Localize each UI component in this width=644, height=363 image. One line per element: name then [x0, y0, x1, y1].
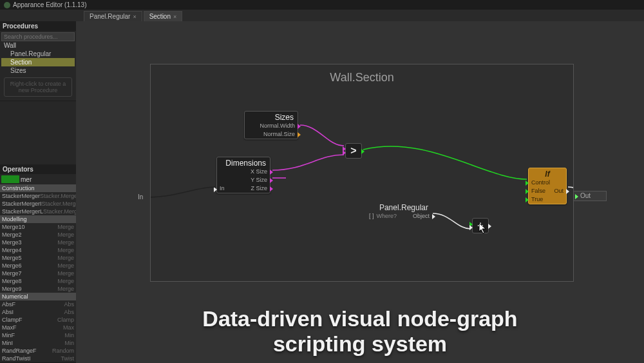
video-caption: Data-driven visual node-graph scripting …: [76, 306, 644, 357]
operator-row[interactable]: AbsIAbs: [0, 308, 76, 316]
operator-row[interactable]: MinIMin: [0, 339, 76, 347]
node-if[interactable]: If Control FalseOut True: [528, 168, 567, 204]
create-procedure-hint: Right-click to create a new Procedure: [4, 77, 72, 97]
operator-category: Numerical: [0, 293, 76, 300]
tree-item[interactable]: Section: [1, 58, 75, 66]
procedures-search-input[interactable]: [1, 32, 75, 41]
operators-panel: Operators mer ConstructionStackerMergerS…: [0, 164, 76, 363]
graph-out-pin[interactable]: Out: [573, 191, 607, 201]
operator-row[interactable]: Merge2Merge: [0, 231, 76, 239]
operator-list: ConstructionStackerMergerStacker.MergeSt…: [0, 184, 76, 362]
operator-row[interactable]: RandTwistITwist: [0, 355, 76, 362]
operator-row[interactable]: Merge5Merge: [0, 254, 76, 262]
operator-row[interactable]: StackerMergerStacker.Merge: [0, 192, 76, 200]
operator-category: Modelling: [0, 215, 76, 223]
graph-in-pin[interactable]: In: [138, 193, 143, 201]
procedures-panel: Procedures Wall Panel.Regular Section Si…: [0, 21, 76, 101]
title-bar: Apparance Editor (1.1.13): [0, 0, 644, 10]
node-panel-regular[interactable]: Panel.Regular [ ]Where?Object: [366, 202, 432, 221]
node-dimensions[interactable]: Dimensions X Size Y Size InZ Size: [216, 157, 270, 193]
operator-filter-chip[interactable]: [1, 175, 19, 183]
operator-row[interactable]: StackerMergerIStacker.Merge: [0, 200, 76, 208]
operator-row[interactable]: Merge8Merge: [0, 277, 76, 285]
tree-item[interactable]: Sizes: [1, 66, 75, 75]
operator-row[interactable]: ClampFClamp: [0, 316, 76, 324]
operator-row[interactable]: RandRangeFRandom: [0, 347, 76, 355]
sidebar: Procedures Wall Panel.Regular Section Si…: [0, 21, 76, 363]
greater-than-icon: >: [350, 145, 356, 157]
node-sizes[interactable]: Sizes Normal.Width Normal.Size: [244, 111, 298, 139]
tab-label: Section: [149, 13, 171, 20]
node-title: Dimensions: [217, 157, 270, 168]
graph-frame[interactable]: Wall.Section In Out Sizes Normal.Width N…: [150, 64, 574, 282]
operator-row[interactable]: Merge3Merge: [0, 239, 76, 246]
operator-row[interactable]: Merge6Merge: [0, 262, 76, 270]
tab-label: Panel.Regular: [90, 13, 130, 20]
procedures-heading: Procedures: [0, 21, 76, 31]
operator-row[interactable]: AbsFAbs: [0, 300, 76, 308]
node-title: Panel.Regular: [366, 202, 432, 212]
operators-heading: Operators: [0, 164, 76, 174]
graph-canvas[interactable]: Panel.Regular × Section × Wall.Section I…: [76, 21, 644, 363]
tree-item[interactable]: Panel.Regular: [1, 50, 75, 58]
app-title: Apparance Editor (1.1.13): [13, 1, 87, 8]
operator-row[interactable]: Merge4Merge: [0, 246, 76, 254]
tree-root[interactable]: Wall: [1, 41, 75, 50]
graph-title: Wall.Section: [151, 71, 573, 84]
operator-row[interactable]: MinFMin: [0, 331, 76, 339]
mouse-cursor-icon: [478, 222, 488, 234]
app-logo-icon: [4, 2, 10, 8]
node-title: If: [529, 168, 566, 179]
node-greater-than[interactable]: >: [345, 143, 362, 159]
close-icon[interactable]: ×: [173, 14, 176, 20]
tab-section[interactable]: Section ×: [144, 11, 183, 21]
node-title: Sizes: [245, 112, 298, 122]
operator-filter-text[interactable]: mer: [21, 176, 32, 183]
operator-row[interactable]: Merge9Merge: [0, 285, 76, 293]
operator-row[interactable]: Merge7Merge: [0, 270, 76, 277]
operator-row[interactable]: MaxFMax: [0, 324, 76, 331]
operator-row[interactable]: Merge10Merge: [0, 223, 76, 231]
operator-row[interactable]: StackerMergerLStacker.Merge: [0, 208, 76, 215]
operator-category: Construction: [0, 184, 76, 192]
close-icon[interactable]: ×: [133, 14, 136, 20]
tab-panel-regular[interactable]: Panel.Regular ×: [84, 11, 142, 21]
